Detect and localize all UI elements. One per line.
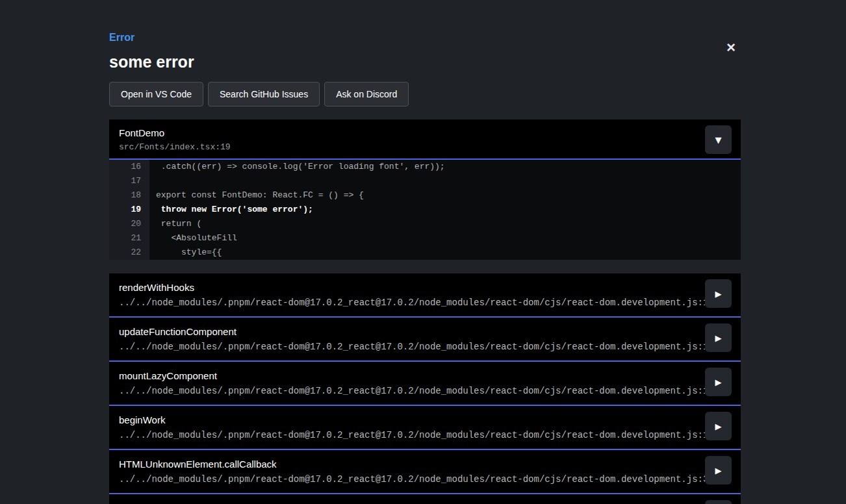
play-icon: ▶	[715, 466, 722, 475]
stack-frame-path: ../../node_modules/.pnpm/react-dom@17.0.…	[119, 342, 705, 352]
play-icon: ▶	[715, 334, 722, 342]
line-source: <AbsoluteFill	[149, 231, 741, 246]
expand-frame-button[interactable]: ▶	[705, 279, 732, 308]
line-number: 20	[109, 217, 149, 231]
play-icon: ▶	[715, 378, 722, 386]
collapse-code-button[interactable]: ▼	[705, 125, 732, 154]
line-number: 17	[109, 174, 149, 188]
stack-frame-path: ../../node_modules/.pnpm/react-dom@17.0.…	[119, 297, 705, 308]
stack-frame-row: renderWithHooks ../../node_modules/.pnpm…	[109, 273, 741, 318]
code-line: 20 return (	[109, 217, 741, 231]
stack-frame-name: renderWithHooks	[119, 282, 705, 294]
code-line: 19 throw new Error('some error');	[109, 203, 741, 217]
stack-frame-name: mountLazyComponent	[119, 370, 705, 382]
line-source: .catch((err) => console.log('Error loadi…	[149, 160, 741, 174]
line-source: export const FontDemo: React.FC = () => …	[149, 188, 741, 203]
line-number: 22	[109, 246, 149, 260]
stack-frame-meta: renderWithHooks ../../node_modules/.pnpm…	[109, 273, 705, 308]
action-button[interactable]: Open in VS Code	[109, 82, 203, 107]
close-button[interactable]: ×	[721, 38, 741, 57]
stack-frame-row: beginWork ../../node_modules/.pnpm/react…	[109, 406, 741, 450]
line-number: 21	[109, 231, 149, 246]
line-number: 19	[109, 203, 149, 217]
expand-frame-button[interactable]: ▶	[705, 456, 732, 485]
line-source	[149, 174, 741, 188]
action-button[interactable]: Search GitHub Issues	[208, 82, 320, 107]
stack-frame-row: HTMLUnknownElement.callCallback ../../no…	[109, 450, 741, 494]
code-body: 16 .catch((err) => console.log('Error lo…	[109, 160, 741, 260]
code-frame-location: src/Fonts/index.tsx:19	[119, 142, 231, 152]
stack-frame-row-partial: ▶	[109, 494, 741, 504]
stack-frame-path: ../../node_modules/.pnpm/react-dom@17.0.…	[119, 386, 705, 396]
stack-frame-meta: beginWork ../../node_modules/.pnpm/react…	[109, 406, 705, 440]
code-frame: FontDemo src/Fonts/index.tsx:19 ▼ 16 .ca…	[109, 120, 741, 260]
code-frame-title: FontDemo	[119, 127, 231, 139]
line-source: style={{	[149, 246, 741, 260]
code-frame-meta: FontDemo src/Fonts/index.tsx:19	[109, 120, 231, 152]
stack-frame-row: mountLazyComponent ../../node_modules/.p…	[109, 362, 741, 406]
stack-frame-name: HTMLUnknownElement.callCallback	[119, 459, 705, 470]
expand-frame-button[interactable]: ▶	[705, 368, 732, 396]
code-line: 18 export const FontDemo: React.FC = () …	[109, 188, 741, 203]
close-icon: ×	[726, 38, 736, 56]
stack-frame-row: updateFunctionComponent ../../node_modul…	[109, 318, 741, 362]
stack-frame-name: updateFunctionComponent	[119, 326, 705, 338]
line-number: 16	[109, 160, 149, 174]
code-line: 17	[109, 174, 741, 188]
stack-frame-path: ../../node_modules/.pnpm/react-dom@17.0.…	[119, 474, 705, 485]
stack-frame-meta: mountLazyComponent ../../node_modules/.p…	[109, 362, 705, 396]
code-line: 16 .catch((err) => console.log('Error lo…	[109, 160, 741, 174]
expand-frame-button[interactable]: ▶	[705, 500, 732, 504]
error-overlay: × Error some error Open in VS Code Searc…	[0, 0, 846, 504]
line-source: return (	[149, 217, 741, 231]
error-message: some error	[109, 53, 741, 71]
play-icon: ▶	[715, 290, 722, 298]
code-line: 21 <AbsoluteFill	[109, 231, 741, 246]
code-frame-header: FontDemo src/Fonts/index.tsx:19 ▼	[109, 120, 741, 160]
expand-frame-button[interactable]: ▶	[705, 323, 732, 352]
line-source: throw new Error('some error');	[149, 203, 741, 217]
stack-frame-name: beginWork	[119, 414, 705, 426]
code-line: 22 style={{	[109, 246, 741, 260]
chevron-down-icon: ▼	[715, 136, 722, 144]
stack-frame-meta: HTMLUnknownElement.callCallback ../../no…	[109, 450, 705, 485]
error-content: Error some error Open in VS Code Search …	[109, 0, 741, 504]
stack-frame-list: renderWithHooks ../../node_modules/.pnpm…	[109, 273, 741, 504]
expand-frame-button[interactable]: ▶	[705, 412, 732, 440]
stack-frame-path: ../../node_modules/.pnpm/react-dom@17.0.…	[119, 430, 705, 440]
error-type-label: Error	[109, 31, 741, 44]
line-number: 18	[109, 188, 149, 203]
play-icon: ▶	[715, 422, 722, 431]
action-button[interactable]: Ask on Discord	[324, 82, 409, 107]
stack-frame-meta: updateFunctionComponent ../../node_modul…	[109, 318, 705, 352]
action-button-row: Open in VS Code Search GitHub Issues Ask…	[109, 82, 741, 107]
